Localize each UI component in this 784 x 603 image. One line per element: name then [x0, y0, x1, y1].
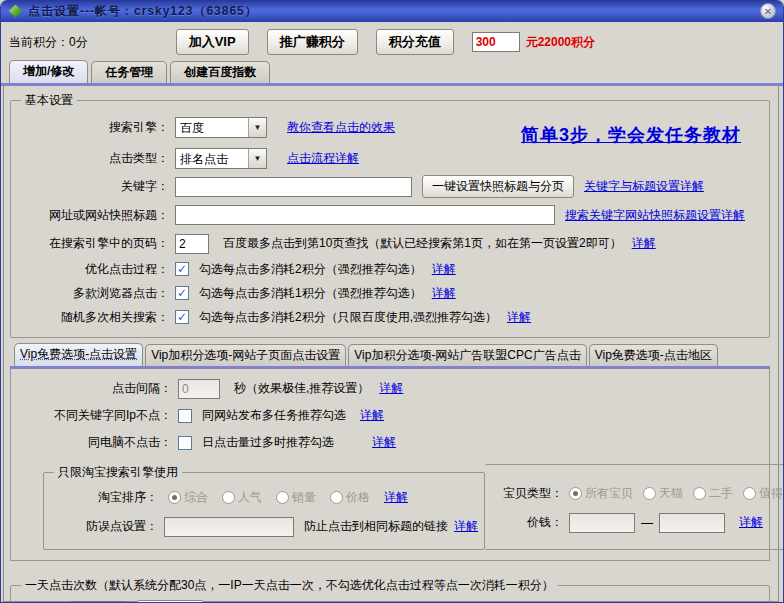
radio-icon — [743, 487, 756, 500]
same-ip-checkbox[interactable] — [178, 409, 192, 423]
app-shield-icon — [9, 5, 22, 18]
multi-browser-help-link[interactable]: 详解 — [432, 285, 456, 302]
basic-settings-group: 基本设置 简单3步，学会发任务教材 搜索引擎： 百度 ▼ 教你查看点击的效果 点… — [10, 92, 770, 338]
random-search-checkbox[interactable]: ✓ — [175, 310, 189, 324]
radio-icon — [330, 491, 343, 504]
search-engine-label: 搜索引擎： — [17, 119, 169, 136]
tab-add-modify[interactable]: 增加/修改 — [9, 60, 88, 83]
radio-selected-icon — [569, 487, 582, 500]
taobao-sort-row: 淘宝排序： 综合 人气 销量 价格 详解 — [50, 483, 478, 512]
misclick-help-link[interactable]: 详解 — [454, 518, 478, 535]
tab-vip-cpc-ads[interactable]: Vip加积分选项-网站广告联盟CPC广告点击 — [348, 344, 586, 366]
page-number-row: 在搜索引擎中的页码： 百度最多点击到第10页查找（默认已经搜索第1页，如在第一页… — [17, 230, 763, 257]
click-interval-row: 点击间隔： 秒（效果极佳,推荐设置） 详解 — [17, 375, 761, 402]
search-engine-select[interactable]: 百度 ▼ — [175, 117, 267, 138]
click-interval-help-link[interactable]: 详解 — [379, 380, 403, 397]
join-vip-button[interactable]: 加入VIP — [176, 29, 249, 55]
chevron-down-icon[interactable]: ▼ — [248, 118, 266, 137]
keyword-input[interactable] — [175, 177, 412, 197]
quick-set-title-button[interactable]: 一键设置快照标题与分页 — [422, 175, 574, 198]
tab-vip-subpage-click[interactable]: Vip加积分选项-网站子页面点击设置 — [145, 344, 346, 366]
radio-icon — [276, 491, 289, 504]
page-number-label: 在搜索引擎中的页码： — [17, 235, 169, 252]
sort-option-composite[interactable]: 综合 — [168, 489, 208, 506]
click-interval-input[interactable] — [178, 379, 220, 399]
click-type-value: 排名点击 — [176, 149, 248, 168]
window-title: 点击设置---帐号：crsky123（63865） — [28, 3, 258, 20]
multi-browser-label: 多款浏览器点击： — [17, 285, 169, 302]
basic-settings-legend: 基本设置 — [21, 92, 77, 109]
tab-vip-click-region[interactable]: Vip免费选项-点击地区 — [589, 344, 718, 366]
radio-selected-icon — [168, 491, 181, 504]
tab-baidu-index[interactable]: 创建百度指数 — [170, 61, 270, 83]
view-click-effect-link[interactable]: 教你查看点击的效果 — [287, 119, 395, 136]
price-to-input[interactable] — [659, 513, 725, 533]
taobao-sort-label: 淘宝排序： — [50, 489, 158, 506]
keyword-title-help-link[interactable]: 关键字与标题设置详解 — [584, 178, 704, 195]
url-input[interactable] — [175, 205, 555, 225]
same-ip-label: 不同关键字同Ip不点： — [17, 407, 172, 424]
item-type-label: 宝贝类型： — [491, 485, 563, 502]
item-type-row: 宝贝类型： 所有宝贝 天猫 二手 值得买 — [491, 479, 784, 508]
tab-vip-click-settings[interactable]: Vip免费选项-点击设置 — [14, 343, 143, 366]
recharge-amount-input[interactable] — [472, 32, 520, 52]
same-pc-checkbox[interactable] — [178, 436, 192, 450]
click-interval-note: 秒（效果极佳,推荐设置） — [234, 380, 369, 397]
chevron-down-icon[interactable]: ▼ — [248, 149, 266, 168]
search-engine-value: 百度 — [176, 118, 248, 137]
url-title-help-link[interactable]: 搜索关键字网站快照标题设置详解 — [565, 207, 745, 224]
taobao-item-type-group: 宝贝类型： 所有宝贝 天猫 二手 值得买 价钱： — 详解 — [485, 464, 784, 550]
type-option-all[interactable]: 所有宝贝 — [569, 485, 633, 502]
type-option-secondhand[interactable]: 二手 — [693, 485, 733, 502]
same-ip-help-link[interactable]: 详解 — [360, 407, 384, 424]
keyword-label: 关键字： — [17, 178, 169, 195]
click-type-label: 点击类型： — [17, 150, 169, 167]
random-search-row: 随机多次相关搜索： ✓ 勾选每点击多消耗2积分（只限百度使用,强烈推荐勾选） 详… — [17, 305, 763, 329]
type-option-worthbuy[interactable]: 值得买 — [743, 485, 784, 502]
tutorial-big-link[interactable]: 简单3步，学会发任务教材 — [521, 123, 741, 147]
page-number-input[interactable] — [175, 234, 209, 254]
recharge-button[interactable]: 积分充值 — [376, 29, 454, 55]
click-flow-link[interactable]: 点击流程详解 — [287, 150, 359, 167]
promote-earn-button[interactable]: 推广赚积分 — [267, 29, 358, 55]
type-option-tmall[interactable]: 天猫 — [643, 485, 683, 502]
optimize-click-note: 勾选每点击多消耗2积分（强烈推荐勾选） — [199, 261, 422, 278]
price-help-link[interactable]: 详解 — [739, 514, 763, 531]
optimize-click-row: 优化点击过程： ✓ 勾选每点击多消耗2积分（强烈推荐勾选） 详解 — [17, 257, 763, 281]
click-type-select[interactable]: 排名点击 ▼ — [175, 148, 267, 169]
click-type-row: 点击类型： 排名点击 ▼ 点击流程详解 — [17, 143, 763, 173]
same-pc-note: 日点击量过多时推荐勾选 — [202, 434, 334, 451]
page-number-note: 百度最多点击到第10页查找（默认已经搜索第1页，如在第一页设置2即可） — [223, 235, 622, 252]
taobao-sort-help-link[interactable]: 详解 — [384, 489, 408, 506]
taobao-only-legend: 只限淘宝搜索引擎使用 — [54, 464, 182, 481]
price-from-input[interactable] — [569, 513, 635, 533]
misclick-label: 防误点设置： — [50, 518, 158, 535]
daily-clicks-legend: 一天点击次数（默认系统分配30点，一IP一天点击一次，不勾选优化点击过程等点一次… — [21, 577, 558, 594]
sort-option-sales[interactable]: 销量 — [276, 489, 316, 506]
same-ip-note: 同网站发布多任务推荐勾选 — [202, 407, 346, 424]
current-points-value: 0分 — [69, 35, 88, 49]
app-window: 点击设置---帐号：crsky123（63865） ✕ 当前积分：0分 加入VI… — [0, 0, 784, 603]
radio-icon — [693, 487, 706, 500]
sort-option-popularity[interactable]: 人气 — [222, 489, 262, 506]
random-search-help-link[interactable]: 详解 — [507, 309, 531, 326]
same-pc-label: 同电脑不点击： — [17, 434, 172, 451]
misclick-input[interactable] — [164, 517, 294, 537]
titlebar: 点击设置---帐号：crsky123（63865） ✕ — [1, 0, 783, 22]
page-number-help-link[interactable]: 详解 — [632, 235, 656, 252]
multi-browser-checkbox[interactable]: ✓ — [175, 286, 189, 300]
optimize-click-checkbox[interactable]: ✓ — [175, 262, 189, 276]
same-pc-help-link[interactable]: 详解 — [372, 434, 396, 451]
current-points-label: 当前积分：0分 — [9, 34, 88, 51]
optimize-click-help-link[interactable]: 详解 — [432, 261, 456, 278]
vip-tabstrip: Vip免费选项-点击设置 Vip加积分选项-网站子页面点击设置 Vip加积分选项… — [10, 345, 770, 366]
close-icon[interactable]: ✕ — [760, 3, 776, 19]
price-dash: — — [641, 516, 653, 530]
radio-icon — [222, 491, 235, 504]
misclick-note: 防止点击到相同标题的链接 — [304, 518, 448, 535]
misclick-row: 防误点设置： 防止点击到相同标题的链接 详解 — [50, 512, 478, 541]
system-assign-button[interactable]: 系统分配 — [136, 600, 204, 603]
tab-task-manage[interactable]: 任务管理 — [91, 61, 167, 83]
sort-option-price[interactable]: 价格 — [330, 489, 370, 506]
keyword-row: 关键字： 一键设置快照标题与分页 关键字与标题设置详解 — [17, 173, 763, 200]
